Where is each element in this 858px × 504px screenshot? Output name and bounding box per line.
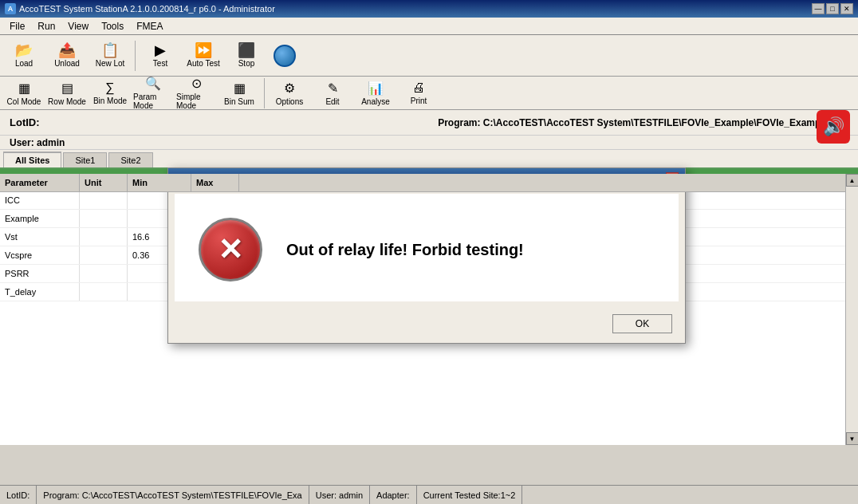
user-bar: User: admin [0,136,858,150]
stop-button[interactable]: ⬛ Stop [226,37,267,74]
tab-all-sites[interactable]: All Sites [3,152,61,167]
dialog-ok-button[interactable]: OK [612,314,672,333]
col-header-min: Min [128,174,191,191]
analyse-label: Analyse [361,97,390,106]
test-button[interactable]: ▶ Test [140,37,181,74]
menu-fmea[interactable]: FMEA [130,19,169,33]
scroll-track[interactable] [846,187,858,432]
table-header-row: Parameter Unit Min Max [0,174,845,192]
status-user: User: admin [309,486,370,504]
status-program: Program: C:\AccoTEST\AccoTEST System\TES… [37,486,309,504]
maximize-button[interactable]: □ [826,3,839,14]
scroll-down-button[interactable]: ▼ [846,432,859,445]
unload-icon: 📤 [58,43,76,57]
row2-unit [80,228,128,246]
status-bar: LotID: Program: C:\AccoTEST\AccoTEST Sys… [0,485,858,504]
load-button[interactable]: 📂 Load [3,37,45,74]
error-x-mark: ✕ [218,234,243,265]
load-label: Load [15,59,33,68]
col-header-parameter: Parameter [0,174,80,191]
stop-label: Stop [238,59,255,68]
lot-id-display: LotID: [10,116,40,128]
row0-unit [80,191,128,209]
tabs-bar: All Sites Site1 Site2 [0,150,858,169]
tab-site2[interactable]: Site2 [108,152,152,167]
row3-param: Vcspre [0,246,80,264]
scroll-up-button[interactable]: ▲ [846,174,859,187]
row-mode-label: Row Mode [48,97,86,106]
row-mode-icon: ▤ [61,81,73,96]
edit-label: Edit [325,97,339,106]
auto-test-label: Auto Test [187,59,220,68]
title-bar-left: A AccoTEST System StationA 2.1.0.0.20081… [5,3,275,14]
row1-unit [80,210,128,227]
stop-icon: ⬛ [238,43,255,57]
menu-view[interactable]: View [61,19,95,33]
analyse-button[interactable]: 📊 Analyse [355,78,396,108]
menu-run[interactable]: Run [31,19,61,33]
load-icon: 📂 [15,43,33,57]
relay-life-dialog: Relay Life Alarming ✕ ✕ Out of relay lif… [167,167,686,344]
row-mode-button[interactable]: ▤ Row Mode [46,78,88,108]
minimize-button[interactable]: — [812,3,825,14]
row4-unit [80,265,128,282]
separator2 [264,78,265,108]
simple-mode-label: Simple Mode [176,93,216,110]
auto-test-button[interactable]: ⏩ Auto Test [183,37,224,74]
simple-mode-button[interactable]: ⊙ Simple Mode [175,78,217,108]
param-mode-icon: 🔍 [145,76,161,91]
alarm-icon: 🔊 [823,116,844,137]
menu-tools[interactable]: Tools [95,19,130,33]
bin-mode-icon: ∑ [105,81,114,95]
dialog-footer: OK [168,308,685,343]
param-mode-button[interactable]: 🔍 Param Mode [132,78,174,108]
bin-mode-button[interactable]: ∑ Bin Mode [89,78,131,108]
app-title: AccoTEST System StationA 2.1.0.0.200814_… [19,4,275,14]
col-header-max: Max [191,174,239,191]
scrollbar-vertical[interactable]: ▲ ▼ [845,174,858,445]
options-button[interactable]: ⚙ Options [269,78,310,108]
title-bar-buttons: — □ ✕ [812,3,853,14]
new-lot-label: New Lot [96,59,125,68]
print-icon: 🖨 [412,81,425,95]
status-current-site: Current Tested Site:1~2 [417,486,523,504]
dialog-body: ✕ Out of relay life! Forbid testing! [175,194,679,301]
new-lot-button[interactable]: 📋 New Lot [89,37,131,74]
status-circle [274,45,296,67]
error-icon: ✕ [199,218,262,282]
row3-unit [80,246,128,264]
user-display: User: admin [10,137,65,148]
bin-sum-button[interactable]: ▦ Bin Sum [218,78,260,108]
dialog-message-text: Out of relay life! Forbid testing! [286,241,655,259]
edit-button[interactable]: ✎ Edit [312,78,353,108]
info-bar: LotID: Program: C:\AccoTEST\AccoTEST Sys… [0,110,858,136]
menu-file[interactable]: File [3,19,31,33]
col-header-unit: Unit [80,174,128,191]
bin-mode-label: Bin Mode [93,96,127,105]
new-lot-icon: 📋 [101,43,119,57]
toolbar1: 📂 Load 📤 Unload 📋 New Lot ▶ Test ⏩ Auto … [0,35,858,77]
close-button[interactable]: ✕ [840,3,853,14]
test-label: Test [153,59,167,68]
separator1 [135,41,136,71]
edit-icon: ✎ [328,81,338,96]
col-mode-label: Col Mode [7,97,41,106]
unload-label: Unload [54,59,80,68]
col-mode-button[interactable]: ▦ Col Mode [3,78,45,108]
menu-bar: File Run View Tools FMEA [0,18,858,35]
row1-param: Example [0,210,80,227]
options-icon: ⚙ [284,81,295,96]
bin-sum-label: Bin Sum [224,97,254,106]
simple-mode-icon: ⊙ [191,76,202,91]
toolbar2: ▦ Col Mode ▤ Row Mode ∑ Bin Mode 🔍 Param… [0,77,858,110]
alarm-button[interactable]: 🔊 [817,110,850,144]
unload-button[interactable]: 📤 Unload [46,37,88,74]
print-button[interactable]: 🖨 Print [398,78,439,108]
bin-sum-icon: ▦ [234,81,246,96]
col-mode-icon: ▦ [18,81,30,96]
param-mode-label: Param Mode [133,93,173,110]
row5-param: T_delay [0,283,80,301]
tab-site1[interactable]: Site1 [63,152,107,167]
app-icon: A [5,3,16,14]
row0-param: ICC [0,191,80,209]
